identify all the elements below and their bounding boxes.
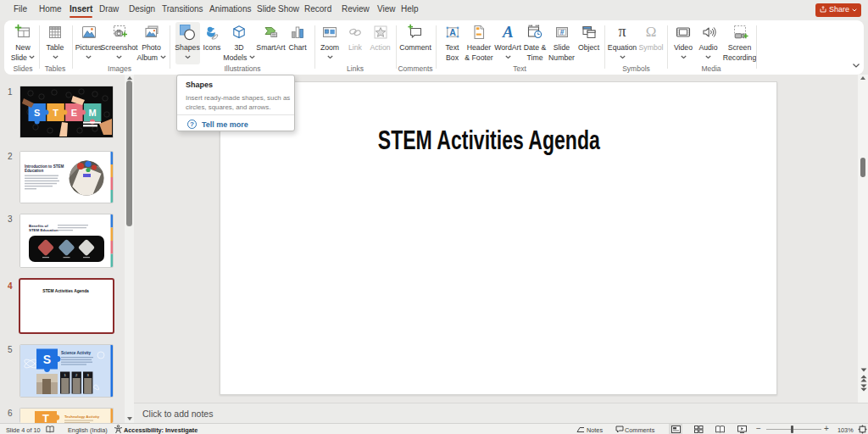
svg-text:Introduction to STEM: Introduction to STEM [25,164,64,169]
svg-text:A: A [502,24,514,41]
svg-text:A: A [449,27,456,37]
svg-text:Ω: Ω [646,24,657,40]
svg-text:Benefits of: Benefits of [29,224,48,228]
svg-text:#: # [559,28,564,36]
svg-text:Science Activity: Science Activity [61,351,92,355]
svg-text:T: T [42,412,49,424]
svg-text:Technology Activity: Technology Activity [64,415,100,419]
svg-text:T: T [53,108,58,118]
svg-text:E: E [71,108,77,118]
svg-text:Education: Education [25,169,43,173]
svg-text:S: S [34,108,40,118]
svg-text:M: M [89,108,97,118]
svg-text:STEM Education: STEM Education [29,228,58,232]
svg-text:π: π [618,24,626,40]
svg-text:S: S [43,353,51,366]
